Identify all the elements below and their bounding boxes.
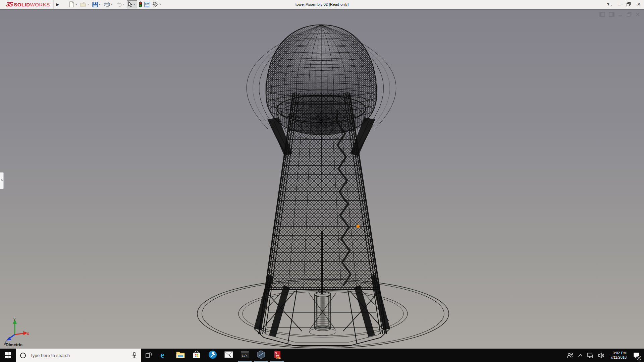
minimize-button[interactable]: – (618, 0, 621, 9)
start-button[interactable] (0, 349, 16, 362)
pane-right-icon[interactable] (609, 12, 614, 18)
new-document-button[interactable]: ▾ (68, 1, 79, 8)
new-document-icon (69, 1, 74, 7)
action-center-button[interactable]: 2 (632, 351, 641, 360)
brand-name-bold: SOLID (14, 2, 30, 7)
graphics-viewport[interactable]: Y X Z *Dimetric (0, 9, 644, 349)
tray-time: 3:02 PM (610, 351, 627, 355)
network-icon[interactable] (587, 353, 594, 358)
new-document-dropdown-icon[interactable]: ▾ (75, 3, 77, 6)
print-icon (104, 2, 110, 7)
select-icon (128, 1, 132, 7)
orientation-triad: Y X Z (4, 318, 30, 344)
svg-text:2017: 2017 (276, 357, 281, 359)
cortana-icon (20, 353, 26, 358)
document-window-controls (599, 12, 640, 18)
brand-name-light: WORKS (30, 2, 50, 7)
save-dropdown-icon[interactable]: ▾ (99, 3, 100, 6)
pane-expand-knob-icon[interactable] (1, 179, 3, 181)
help-dropdown-icon[interactable]: ▾ (610, 4, 612, 7)
system-tray: 3:02 PM 7/11/2018 2 (567, 349, 644, 362)
help-button[interactable]: ?▾ (607, 2, 612, 7)
toolbar-flyout-arrow-icon[interactable]: ▶ (54, 2, 64, 7)
3ds-logo-mark: 3S (5, 1, 13, 8)
rebuild-icon (139, 1, 142, 7)
rebuild-button[interactable] (138, 1, 143, 8)
undo-button[interactable]: ▾ (115, 1, 126, 8)
options-dropdown-icon[interactable]: ▾ (159, 3, 161, 6)
people-icon[interactable] (567, 352, 574, 358)
utility-wrench-icon (208, 350, 217, 360)
microphone-icon[interactable] (132, 352, 137, 359)
window-controls: ?▾ – × (607, 0, 641, 9)
search-placeholder: Type here to search (30, 353, 128, 358)
open-dropdown-icon[interactable]: ▾ (88, 3, 89, 6)
solidworks-logo: 3S SOLID WORKS (0, 0, 54, 9)
options-button[interactable]: ▾ (152, 1, 163, 8)
taskbar-clock[interactable]: 3:02 PM 7/11/2018 (609, 351, 628, 360)
taskbar-app-file-explorer[interactable] (172, 349, 189, 362)
main-toolbar: ▾▾▾▾▾▾▾ (68, 0, 163, 8)
taskbar-app-utility-wrench[interactable] (205, 349, 221, 362)
triad-x-label: X (27, 332, 29, 336)
open-icon (80, 2, 87, 7)
selection-point-marker[interactable] (357, 225, 360, 228)
solidworks-2017-icon: SW2017 (273, 350, 281, 360)
taskbar-app-mail[interactable] (221, 349, 237, 362)
command-prompt-icon: C:\_ (240, 351, 249, 360)
doc-restore-icon[interactable] (627, 12, 632, 18)
open-button[interactable]: ▾ (79, 1, 91, 8)
taskbar-apps: eC:\_SW2017 (156, 349, 285, 362)
options-icon (152, 1, 158, 7)
taskbar-app-edge[interactable]: e (156, 349, 172, 362)
titlebar: 3S SOLID WORKS ▶ ▾▾▾▾▾▾▾ tower Assembly … (0, 0, 644, 9)
save-button[interactable]: ▾ (92, 1, 102, 8)
feature-pane-collapsed-tab[interactable] (0, 172, 4, 189)
pane-left-icon[interactable] (599, 12, 605, 18)
mail-icon (224, 351, 233, 359)
save-icon (92, 2, 98, 7)
tower-wireframe-model[interactable] (0, 9, 644, 349)
store-icon (193, 350, 201, 360)
file-explorer-icon (176, 351, 185, 360)
undo-dropdown-icon[interactable]: ▾ (123, 3, 124, 6)
taskbar: Type here to search eC:\_SW2017 (0, 349, 644, 362)
file-properties-icon (144, 2, 150, 7)
view-orientation-label: *Dimetric (4, 343, 22, 347)
hexagon-app-icon (257, 350, 265, 360)
doc-minimize-icon[interactable] (618, 12, 623, 18)
taskbar-app-store[interactable] (189, 349, 205, 362)
notification-badge: 2 (637, 356, 641, 360)
select-button[interactable]: ▾ (127, 0, 137, 8)
edge-icon: e (160, 350, 169, 360)
select-dropdown-icon[interactable]: ▾ (133, 3, 135, 6)
taskbar-app-hexagon-app[interactable] (253, 349, 269, 362)
taskbar-app-solidworks-2017[interactable]: SW2017 (269, 349, 285, 362)
print-dropdown-icon[interactable]: ▾ (111, 3, 112, 6)
windows-logo-icon (5, 352, 11, 358)
taskbar-search[interactable]: Type here to search (16, 349, 141, 362)
tray-date: 7/11/2018 (610, 355, 627, 360)
tray-expand-chevron-icon[interactable] (578, 354, 583, 357)
taskbar-app-command-prompt[interactable]: C:\_ (237, 349, 253, 362)
svg-text:C:\_: C:\_ (242, 354, 249, 358)
task-view-icon (146, 352, 152, 359)
task-view-button[interactable] (141, 349, 156, 362)
restore-button[interactable] (627, 0, 631, 9)
triad-y-label: Y (13, 318, 16, 322)
svg-text:e: e (160, 350, 164, 359)
doc-close-icon[interactable] (635, 12, 640, 18)
file-properties-button[interactable] (144, 1, 151, 8)
undo-icon (116, 2, 122, 7)
volume-icon[interactable] (598, 353, 605, 358)
print-button[interactable]: ▾ (103, 1, 114, 8)
close-button[interactable]: × (637, 0, 641, 9)
